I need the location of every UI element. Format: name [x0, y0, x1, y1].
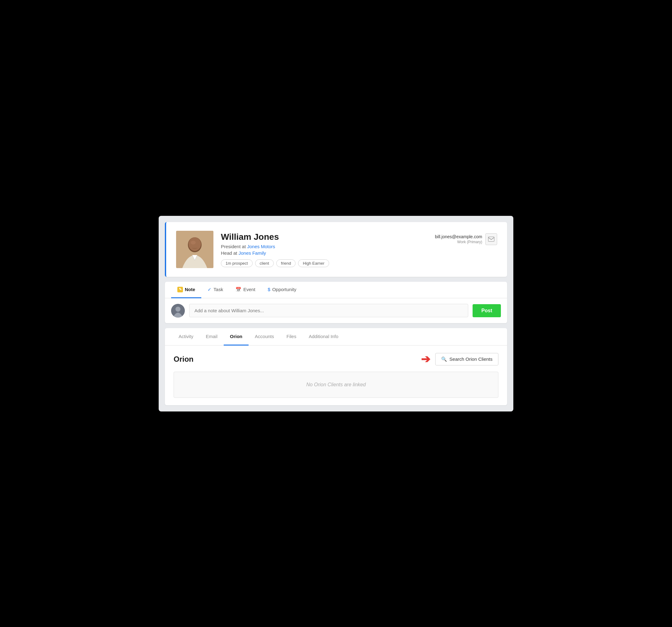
- profile-name: William Jones: [221, 232, 329, 242]
- svg-rect-4: [488, 237, 494, 241]
- search-orion-label: Search Orion Clients: [450, 356, 493, 362]
- quick-actions-tabs: ✎ Note ✓ Task 📅 Event $ Opportunity: [165, 282, 507, 298]
- orion-content: Orion ➔ 🔍 Search Orion Clients No Orion …: [165, 345, 507, 405]
- profile-title2: Head at Jones Family: [221, 250, 329, 256]
- tab-email[interactable]: Email: [200, 328, 224, 345]
- profile-left: William Jones President at Jones Motors …: [176, 231, 329, 268]
- tab-note-label: Note: [185, 287, 195, 292]
- tag-client: client: [255, 259, 274, 267]
- tab-additional-info[interactable]: Additional Info: [303, 328, 344, 345]
- quick-actions-card: ✎ Note ✓ Task 📅 Event $ Opportunity: [165, 282, 507, 323]
- opportunity-icon: $: [268, 287, 270, 292]
- red-arrow-icon: ➔: [421, 354, 430, 365]
- profile-info: William Jones President at Jones Motors …: [221, 231, 329, 267]
- company1-link[interactable]: Jones Motors: [247, 244, 275, 249]
- profile-email-info: bill.jones@example.com Work (Primary): [435, 234, 482, 244]
- tab-opportunity[interactable]: $ Opportunity: [262, 282, 303, 298]
- svg-point-6: [175, 307, 181, 312]
- tab-task-label: Task: [213, 287, 223, 292]
- tab-activity[interactable]: Activity: [172, 328, 200, 345]
- profile-card: William Jones President at Jones Motors …: [165, 222, 507, 277]
- orion-search-area: ➔ 🔍 Search Orion Clients: [421, 353, 498, 365]
- tab-files[interactable]: Files: [280, 328, 303, 345]
- email-type: Work (Primary): [435, 240, 482, 244]
- tab-event[interactable]: 📅 Event: [229, 282, 261, 298]
- company2-link[interactable]: Jones Family: [239, 250, 266, 256]
- orion-header: Orion ➔ 🔍 Search Orion Clients: [174, 353, 498, 365]
- bottom-card: Activity Email Orion Accounts Files Addi…: [165, 328, 507, 405]
- quick-actions-input-area: Post: [165, 298, 507, 323]
- tag-high-earner: High Earner: [298, 259, 329, 267]
- no-clients-message: No Orion Clients are linked: [174, 372, 498, 398]
- tab-task[interactable]: ✓ Task: [201, 282, 229, 298]
- bottom-tabs: Activity Email Orion Accounts Files Addi…: [165, 328, 507, 345]
- task-check-icon: ✓: [208, 287, 212, 292]
- tab-opportunity-label: Opportunity: [272, 287, 296, 292]
- svg-point-3: [191, 241, 196, 244]
- profile-title1: President at Jones Motors: [221, 244, 329, 249]
- email-address: bill.jones@example.com: [435, 234, 482, 239]
- search-icon: 🔍: [441, 356, 447, 362]
- event-calendar-icon: 📅: [236, 287, 241, 292]
- tab-note[interactable]: ✎ Note: [171, 282, 201, 298]
- tag-1m-prospect: 1m prospect: [221, 259, 253, 267]
- tab-accounts[interactable]: Accounts: [248, 328, 280, 345]
- tag-friend: friend: [276, 259, 296, 267]
- profile-tags: 1m prospect client friend High Earner: [221, 259, 329, 267]
- note-icon: ✎: [177, 287, 183, 292]
- profile-right: bill.jones@example.com Work (Primary): [435, 231, 497, 245]
- tab-event-label: Event: [243, 287, 255, 292]
- search-orion-button[interactable]: 🔍 Search Orion Clients: [435, 353, 498, 365]
- email-button[interactable]: [485, 233, 497, 245]
- note-input[interactable]: [189, 304, 468, 317]
- orion-title: Orion: [174, 355, 193, 364]
- avatar: [176, 231, 213, 268]
- user-mini-avatar: [171, 304, 185, 317]
- tab-orion[interactable]: Orion: [224, 328, 248, 345]
- post-button[interactable]: Post: [473, 304, 501, 317]
